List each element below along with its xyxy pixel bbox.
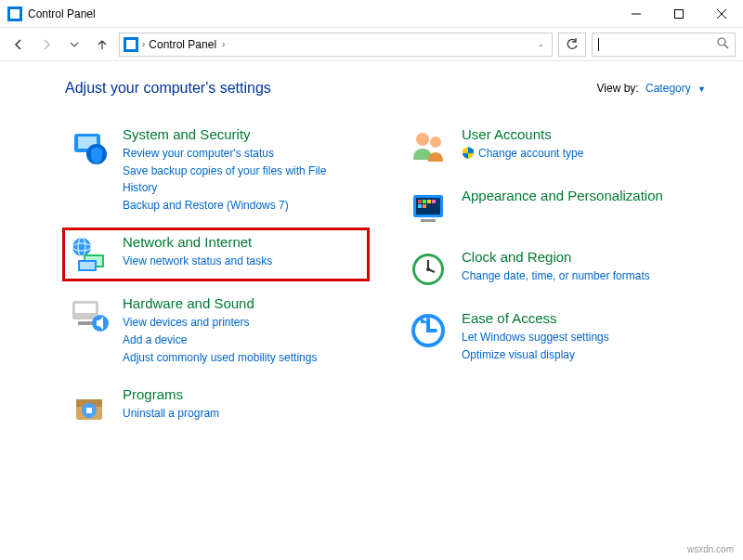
maximize-button[interactable] xyxy=(658,0,700,28)
system-security-icon xyxy=(69,126,110,167)
forward-button[interactable] xyxy=(35,33,58,56)
titlebar: Control Panel xyxy=(0,0,743,28)
watermark: wsxdn.com xyxy=(687,544,734,554)
category-appearance-personalization: Appearance and Personalization xyxy=(404,184,706,232)
minimize-button[interactable] xyxy=(615,0,658,28)
breadcrumb-separator-icon: › xyxy=(222,39,225,49)
right-column: User Accounts Change account type Appear… xyxy=(404,123,706,431)
category-user-accounts: User Accounts Change account type xyxy=(404,123,706,171)
category-title[interactable]: Clock and Region xyxy=(462,249,702,265)
category-link[interactable]: Review your computer's status xyxy=(123,145,363,163)
category-link[interactable]: Change date, time, or number formats xyxy=(462,267,702,285)
category-link[interactable]: View devices and printers xyxy=(123,314,363,332)
address-bar[interactable]: › Control Panel › ⌄ xyxy=(119,33,553,57)
control-panel-address-icon xyxy=(124,37,138,52)
search-icon xyxy=(717,37,729,52)
category-title[interactable]: Hardware and Sound xyxy=(123,295,363,311)
svg-point-9 xyxy=(72,238,91,256)
category-link[interactable]: Add a device xyxy=(123,332,363,349)
category-link[interactable]: Uninstall a program xyxy=(123,405,363,423)
svg-rect-18 xyxy=(78,321,93,325)
svg-rect-1 xyxy=(675,9,684,18)
breadcrumb-separator-icon: › xyxy=(142,39,145,49)
category-programs: Programs Uninstall a program xyxy=(65,383,367,431)
category-link[interactable]: Save backup copies of your files with Fi… xyxy=(123,163,363,197)
address-dropdown-button[interactable]: ⌄ xyxy=(534,40,548,48)
svg-rect-17 xyxy=(75,304,96,313)
chevron-down-icon xyxy=(70,40,79,49)
category-title[interactable]: Network and Internet xyxy=(123,234,363,250)
category-system-security: System and Security Review your computer… xyxy=(65,123,367,217)
category-network-internet: Network and Internet View network status… xyxy=(62,228,370,281)
left-column: System and Security Review your computer… xyxy=(65,123,367,431)
appearance-icon xyxy=(408,188,449,228)
category-ease-of-access: Ease of Access Let Windows suggest setti… xyxy=(404,306,706,367)
back-arrow-icon xyxy=(12,38,25,51)
refresh-icon xyxy=(566,38,579,51)
category-link[interactable]: Adjust commonly used mobility settings xyxy=(123,349,363,367)
svg-rect-15 xyxy=(80,262,95,269)
svg-rect-33 xyxy=(423,204,426,208)
svg-rect-29 xyxy=(423,200,426,203)
control-panel-app-icon xyxy=(7,7,22,21)
category-link-text: Change account type xyxy=(478,147,583,160)
category-title[interactable]: System and Security xyxy=(123,126,363,142)
view-by-control[interactable]: View by: Category ▼ xyxy=(597,82,706,95)
breadcrumb[interactable]: Control Panel › xyxy=(149,38,530,51)
maximize-icon xyxy=(674,9,684,19)
chevron-down-icon: ▼ xyxy=(697,85,706,94)
breadcrumb-root[interactable]: Control Panel xyxy=(149,38,216,51)
category-title[interactable]: Appearance and Personalization xyxy=(462,188,702,203)
recent-locations-button[interactable] xyxy=(63,33,85,56)
ease-of-access-icon xyxy=(408,310,449,351)
svg-point-24 xyxy=(416,133,429,146)
up-arrow-icon xyxy=(96,38,109,51)
category-title[interactable]: User Accounts xyxy=(462,126,702,142)
svg-rect-23 xyxy=(86,408,92,413)
window-controls xyxy=(615,0,743,28)
heading-row: Adjust your computer's settings View by:… xyxy=(65,80,706,97)
svg-rect-34 xyxy=(421,219,436,222)
category-link[interactable]: View network status and tasks xyxy=(123,253,363,270)
hardware-sound-icon xyxy=(69,295,110,336)
svg-line-5 xyxy=(724,45,728,48)
svg-point-25 xyxy=(430,137,441,148)
page-heading: Adjust your computer's settings xyxy=(65,80,271,97)
window-title: Control Panel xyxy=(28,7,96,20)
content-area: Adjust your computer's settings View by:… xyxy=(0,61,743,449)
category-title[interactable]: Programs xyxy=(123,386,363,402)
user-accounts-icon xyxy=(408,126,449,167)
back-button[interactable] xyxy=(7,33,30,56)
category-clock-region: Clock and Region Change date, time, or n… xyxy=(404,245,706,293)
close-button[interactable] xyxy=(700,0,743,28)
svg-rect-30 xyxy=(427,200,431,203)
category-link[interactable]: Change account type xyxy=(462,145,702,163)
category-title[interactable]: Ease of Access xyxy=(462,310,702,326)
svg-point-4 xyxy=(718,38,725,46)
programs-icon xyxy=(69,386,110,427)
uac-shield-icon xyxy=(462,146,475,159)
search-input[interactable] xyxy=(592,33,736,57)
svg-point-39 xyxy=(426,267,430,271)
svg-rect-32 xyxy=(418,204,422,208)
text-cursor xyxy=(598,38,599,51)
minimize-icon xyxy=(632,9,641,19)
view-by-label: View by: xyxy=(597,82,639,95)
category-hardware-sound: Hardware and Sound View devices and prin… xyxy=(65,292,367,370)
view-by-value[interactable]: Category xyxy=(645,82,691,95)
forward-arrow-icon xyxy=(40,38,53,51)
category-link[interactable]: Backup and Restore (Windows 7) xyxy=(123,197,363,215)
clock-region-icon xyxy=(408,249,449,290)
svg-rect-28 xyxy=(418,200,422,203)
refresh-button[interactable] xyxy=(558,33,586,57)
up-button[interactable] xyxy=(91,33,113,56)
navbar: › Control Panel › ⌄ xyxy=(0,28,743,61)
svg-rect-31 xyxy=(432,200,436,203)
category-link[interactable]: Let Windows suggest settings xyxy=(462,329,702,346)
network-internet-icon xyxy=(69,234,110,275)
category-columns: System and Security Review your computer… xyxy=(65,123,706,431)
close-icon xyxy=(717,9,726,19)
category-link[interactable]: Optimize visual display xyxy=(462,346,702,364)
